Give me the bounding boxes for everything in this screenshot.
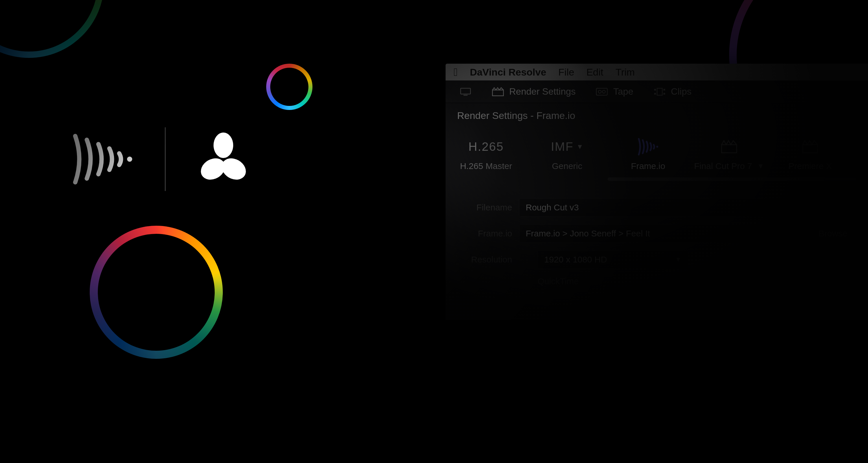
- svg-rect-13: [657, 88, 662, 95]
- apple-menu-icon[interactable]: : [454, 66, 458, 79]
- mac-menubar:  DaVinci Resolve File Edit Trim: [445, 64, 868, 81]
- menubar-item-trim[interactable]: Trim: [615, 67, 635, 78]
- menubar-app-name[interactable]: DaVinci Resolve: [470, 67, 546, 78]
- menubar-item-file[interactable]: File: [558, 67, 574, 78]
- color-wheel-decoration: [0, 0, 104, 58]
- svg-rect-4: [461, 88, 470, 94]
- preset-label: H.265 Master: [460, 161, 512, 171]
- toolbar-tape[interactable]: Tape: [596, 86, 633, 97]
- logo-lockup: [69, 127, 252, 191]
- svg-point-0: [127, 157, 132, 162]
- preset-premiere[interactable]: Premiere X: [770, 137, 850, 171]
- preset-label: Premiere X: [788, 161, 832, 171]
- svg-point-1: [214, 132, 233, 158]
- location-path-field[interactable]: Frame.io > Jono Seneff > Feel It: [519, 224, 803, 243]
- svg-rect-10: [654, 93, 656, 95]
- location-label: Frame.io: [457, 228, 512, 239]
- davinci-resolve-logo-icon: [194, 130, 252, 188]
- color-wheel-decoration: [266, 64, 312, 110]
- filename-input[interactable]: Rough Cut v3: [519, 198, 857, 217]
- format-value: QuickTime: [537, 276, 579, 286]
- resolution-label: Resolution: [457, 255, 512, 265]
- clapperboard-icon: [720, 137, 738, 157]
- svg-rect-5: [492, 90, 503, 96]
- toolbar-clips[interactable]: Clips: [654, 86, 691, 97]
- svg-rect-6: [596, 88, 607, 95]
- browse-button[interactable]: Browse: [810, 224, 857, 243]
- svg-rect-16: [803, 145, 818, 153]
- deliver-toolbar: Render Settings Tape Clips: [445, 81, 868, 103]
- svg-point-3: [218, 154, 250, 184]
- svg-point-14: [656, 146, 658, 148]
- chevron-down-icon: ▼: [757, 162, 764, 170]
- frameio-icon: [634, 137, 662, 157]
- preset-frameio[interactable]: Frame.io: [608, 137, 689, 171]
- clapperboard-icon: [802, 137, 819, 157]
- chevron-down-icon: ▼: [675, 256, 681, 263]
- color-wheel-decoration: [90, 226, 223, 359]
- toolbar-presentation-icon[interactable]: [460, 87, 472, 96]
- frameio-logo-icon: [69, 130, 136, 188]
- preset-label: Generic: [552, 161, 582, 171]
- preset-h265-master[interactable]: H.265 H.265 Master: [445, 137, 527, 171]
- toolbar-render-settings[interactable]: Render Settings: [492, 86, 576, 97]
- svg-rect-15: [722, 145, 737, 153]
- preset-imf-generic[interactable]: IMF▼ Generic: [527, 137, 608, 171]
- divider: [165, 127, 165, 191]
- preset-final-cut-pro-7[interactable]: Final Cut Pro 7▼: [689, 137, 770, 171]
- resolution-select[interactable]: 1920 x 1080 HD ▼: [537, 250, 688, 269]
- preset-label: Frame.io: [631, 161, 665, 171]
- filename-label: Filename: [457, 203, 512, 212]
- svg-rect-11: [663, 89, 665, 91]
- svg-point-8: [602, 90, 605, 93]
- preset-scrollbar[interactable]: [608, 177, 857, 181]
- panel-title: Render Settings - Frame.io: [445, 103, 868, 128]
- preset-label: Final Cut Pro 7: [694, 161, 752, 171]
- menubar-item-edit[interactable]: Edit: [587, 67, 603, 78]
- svg-rect-12: [663, 93, 665, 95]
- svg-point-7: [598, 90, 601, 93]
- toolbar-render-settings-label: Render Settings: [509, 86, 576, 97]
- app-window:  DaVinci Resolve File Edit Trim Render …: [445, 64, 868, 320]
- chevron-down-icon: ▼: [576, 143, 583, 151]
- render-form: Filename Rough Cut v3 Frame.io Frame.io …: [445, 188, 868, 320]
- preset-strip: H.265 H.265 Master IMF▼ Generic: [445, 128, 868, 176]
- toolbar-tape-label: Tape: [613, 86, 633, 97]
- toolbar-clips-label: Clips: [671, 86, 691, 97]
- svg-rect-9: [654, 89, 656, 91]
